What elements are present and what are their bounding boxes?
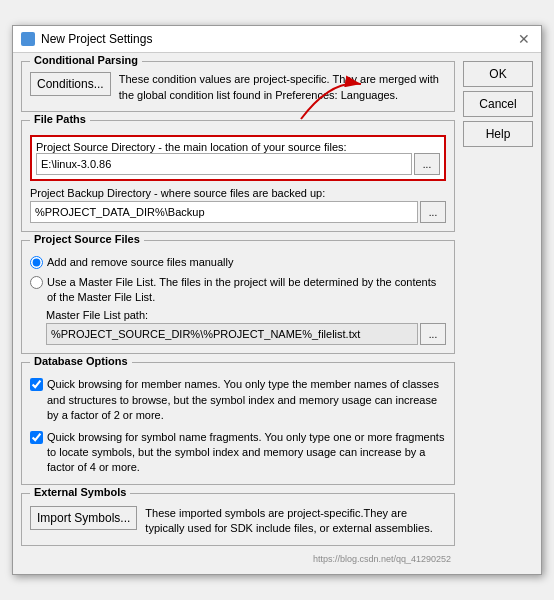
cancel-button[interactable]: Cancel [463,91,533,117]
database-options-title: Database Options [30,355,132,367]
source-dir-label: Project Source Directory - the main loca… [36,141,440,153]
source-option2-row: Use a Master File List. The files in the… [30,275,446,306]
content-area: Conditional Parsing Conditions... These … [13,53,541,573]
source-files-section: Project Source Files Add and remove sour… [21,240,455,354]
master-file-browse-button[interactable]: ... [420,323,446,345]
backup-dir-input[interactable] [30,201,418,223]
backup-dir-label: Project Backup Directory - where source … [30,187,446,199]
db-option2-row: Quick browsing for symbol name fragments… [30,430,446,476]
external-symbols-section: External Symbols Import Symbols... These… [21,493,455,546]
backup-dir-row: ... [30,201,446,223]
backup-dir-group: Project Backup Directory - where source … [30,187,446,223]
file-paths-content: Project Source Directory - the main loca… [30,127,446,223]
master-file-input-row: ... [46,323,446,345]
db-option1-checkbox[interactable] [30,378,43,391]
file-paths-section: File Paths Project Source Directory - th… [21,120,455,232]
file-paths-title: File Paths [30,113,90,125]
conditions-description: These condition values are project-speci… [119,72,446,103]
window: New Project Settings ✕ Conditional Parsi… [12,25,542,574]
source-option2-radio[interactable] [30,276,43,289]
ok-button[interactable]: OK [463,61,533,87]
source-dir-row: ... [36,153,440,175]
close-button[interactable]: ✕ [515,30,533,48]
source-option1-label: Add and remove source files manually [47,255,446,270]
source-dir-browse-button[interactable]: ... [414,153,440,175]
source-option1-radio[interactable] [30,256,43,269]
db-option2-label: Quick browsing for symbol name fragments… [47,430,446,476]
ext-content: Import Symbols... These imported symbols… [30,500,446,537]
ext-description: These imported symbols are project-speci… [145,506,446,537]
db-option1-row: Quick browsing for member names. You onl… [30,377,446,423]
master-file-group: Master File List path: ... [46,309,446,345]
main-panel: Conditional Parsing Conditions... These … [21,61,455,565]
conditions-button[interactable]: Conditions... [30,72,111,96]
source-option2-label: Use a Master File List. The files in the… [47,275,446,306]
app-icon [21,32,35,46]
title-bar: New Project Settings ✕ [13,26,541,53]
help-button[interactable]: Help [463,121,533,147]
conditional-content: Conditions... These condition values are… [30,68,446,103]
conditional-parsing-title: Conditional Parsing [30,54,142,66]
source-files-content: Add and remove source files manually Use… [30,247,446,345]
db-option2-checkbox[interactable] [30,431,43,444]
backup-dir-browse-button[interactable]: ... [420,201,446,223]
master-file-input[interactable] [46,323,418,345]
window-title: New Project Settings [41,32,152,46]
master-file-label: Master File List path: [46,309,446,321]
import-symbols-button[interactable]: Import Symbols... [30,506,137,530]
source-dir-group: Project Source Directory - the main loca… [30,135,446,181]
external-symbols-title: External Symbols [30,486,130,498]
conditional-parsing-section: Conditional Parsing Conditions... These … [21,61,455,112]
url-bar: https://blog.csdn.net/qq_41290252 [21,554,455,566]
side-buttons: OK Cancel Help [463,61,533,565]
db-option1-label: Quick browsing for member names. You onl… [47,377,446,423]
source-files-title: Project Source Files [30,233,144,245]
source-option1-row: Add and remove source files manually [30,255,446,270]
database-options-section: Database Options Quick browsing for memb… [21,362,455,484]
db-content: Quick browsing for member names. You onl… [30,369,446,475]
title-bar-left: New Project Settings [21,32,152,46]
source-dir-input[interactable] [36,153,412,175]
